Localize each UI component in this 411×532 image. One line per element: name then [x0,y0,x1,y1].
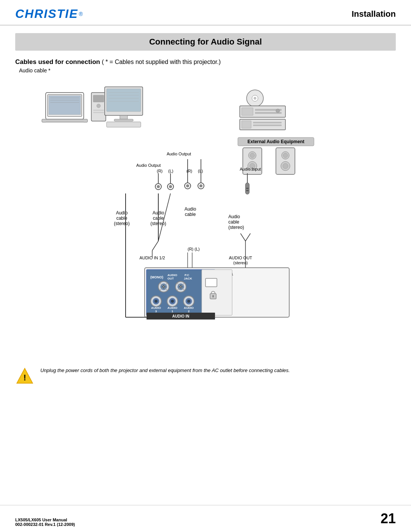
stereo-equipment-icon [240,106,285,117]
cd-player-icon [247,90,263,107]
audio3-label: AUDIO [151,306,161,310]
stereo-equipment-2-icon [240,119,285,130]
warning-text-content: Unplug the power cords of both the proje… [40,367,290,373]
svg-rect-90 [202,270,232,315]
svg-rect-14 [107,89,141,112]
audio-input-label: Audio Input [240,167,261,171]
cable-label-3: Audio [185,206,196,212]
page-title: Connecting for Audio Signal [23,37,388,47]
svg-text:1: 1 [172,310,174,313]
connection-diagram: External Audio Equipment Audio Output Au [34,81,377,340]
cable-label-4: Audio [228,214,240,219]
svg-rect-65 [246,190,249,191]
mono-label: (MONO) [150,275,163,279]
footer-left: LX505/LX605 User Manual 002-000232-01 Re… [15,518,75,527]
desktop-tower-icon [91,93,106,121]
rl-label-bottom: (R) (L) [188,247,200,251]
external-audio-label: External Audio Equipment [247,139,304,144]
laptop-icon [42,93,88,122]
svg-rect-34 [253,125,282,126]
audio-out-stereo-label: AUDIO OUT [229,256,252,260]
manual-title: LX505/LX605 User Manual [15,518,75,522]
pc-jack-label: P.C [185,273,190,277]
svg-point-58 [186,184,189,187]
svg-text:OUT: OUT [167,277,174,280]
svg-rect-64 [246,188,249,189]
svg-rect-19 [120,115,127,119]
logo-text: CHRISTIE [15,7,78,21]
svg-text:2: 2 [188,310,190,313]
svg-point-99 [171,300,174,303]
svg-point-38 [250,153,255,158]
audio-output-rl-label: Audio Output [136,163,161,168]
warning-text: Unplug the power cords of both the proje… [40,367,290,374]
svg-rect-7 [46,121,84,122]
svg-text:!: ! [23,373,26,382]
svg-line-116 [152,241,158,251]
cable-label-1: Audio [116,210,128,216]
audio-out-panel-label: AUDIO [167,273,177,277]
svg-rect-20 [114,119,133,121]
svg-rect-11 [93,110,104,111]
audio1-label: AUDIO [167,306,177,310]
svg-point-102 [187,300,190,303]
svg-rect-91 [206,278,217,287]
svg-point-30 [276,109,280,113]
svg-rect-9 [93,95,104,102]
warning-section: ! Unplug the power cords of both the pro… [15,367,396,386]
svg-point-24 [254,97,256,99]
audio-input-plug [245,173,249,194]
audio-in-bottom-label: AUDIO IN [172,314,190,318]
audio2-label: AUDIO [184,306,194,310]
svg-point-96 [155,300,158,303]
svg-rect-12 [93,112,104,113]
svg-text:JACK: JACK [184,277,192,280]
speaker-right-icon [276,148,295,174]
svg-point-61 [199,184,202,187]
audio-output-top-label: Audio Output [167,152,191,156]
warning-icon: ! [15,367,34,386]
svg-rect-27 [242,108,253,115]
svg-point-10 [97,104,100,108]
svg-rect-33 [253,122,282,123]
svg-text:3: 3 [155,310,157,313]
footer: LX505/LX605 User Manual 002-000232-01 Re… [0,505,411,532]
part-number: 002-000232-01 Rev.1 (12-2009) [15,522,75,527]
svg-text:(stereo): (stereo) [228,225,244,230]
svg-line-114 [241,233,245,241]
section-title: Installation [352,9,396,19]
cables-list: Audio cable * [19,67,396,73]
svg-rect-93 [212,295,214,297]
rca-plug-r1 [155,173,161,190]
rca-plug-r2 [185,159,191,189]
svg-text:(stereo): (stereo) [114,221,129,226]
header: CHRISTIE® Installation [0,0,411,26]
diagram-area: External Audio Equipment Audio Output Au [15,81,396,348]
main-content: Cables used for connection ( * = Cables … [0,51,411,355]
monitor-icon [105,87,143,127]
rca-plug-l1 [167,173,174,190]
cables-heading: Cables used for connection ( * = Cables … [15,58,396,66]
cable-item: Audio cable * [19,67,51,73]
rca-plug-l2 [198,159,204,189]
svg-point-43 [283,153,288,158]
logo-area: CHRISTIE® [15,7,83,21]
svg-rect-21 [107,122,141,127]
svg-text:cable: cable [185,212,196,217]
svg-text:(L): (L) [198,169,203,173]
svg-text:cable: cable [228,219,239,225]
page-title-section: Connecting for Audio Signal [15,33,396,51]
logo-trademark: ® [79,11,83,17]
cables-heading-note: ( * = Cables not supplied with this proj… [102,59,221,65]
svg-point-45 [283,163,288,169]
cables-heading-bold: Cables used for connection [15,58,100,66]
svg-point-55 [169,185,172,188]
svg-point-52 [157,185,160,188]
svg-rect-2 [49,96,81,115]
svg-text:(L): (L) [168,169,173,173]
svg-line-113 [245,233,250,241]
svg-rect-32 [242,121,251,128]
page-number: 21 [381,511,396,527]
svg-text:(R): (R) [157,169,162,173]
